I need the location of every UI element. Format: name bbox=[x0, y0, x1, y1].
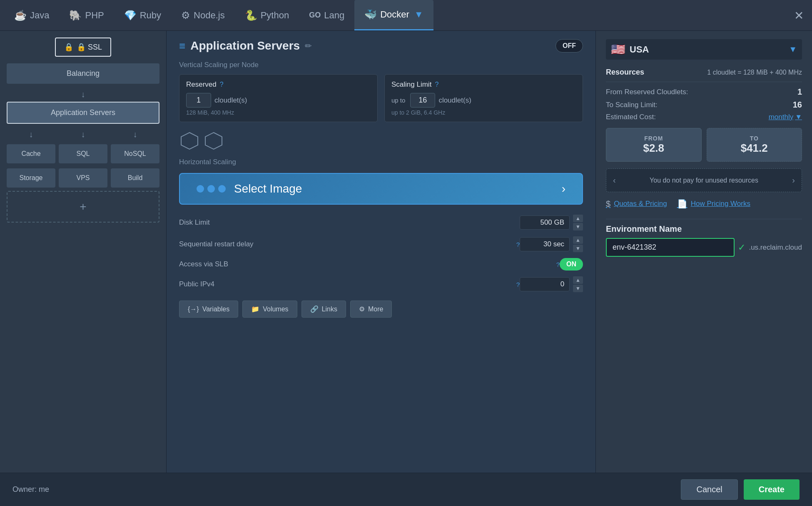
dot-3 bbox=[218, 185, 226, 193]
restart-delay-row: Sequential restart delay ? 30 sec ▲ ▼ bbox=[179, 236, 583, 252]
build-label: Build bbox=[128, 174, 143, 181]
restart-delay-down[interactable]: ▼ bbox=[573, 245, 583, 252]
more-icon: ⚙ bbox=[359, 305, 365, 313]
toggle-off-label: OFF bbox=[563, 42, 576, 49]
scaling-limit-label: Scaling Limit bbox=[391, 80, 431, 89]
arrow-down-3: ↓ bbox=[59, 130, 107, 139]
quotas-icon: $ bbox=[606, 199, 610, 209]
disk-limit-stepper[interactable]: ▲ ▼ bbox=[573, 215, 583, 230]
variables-button[interactable]: {→} Variables bbox=[179, 301, 238, 318]
bottom-buttons: {→} Variables 📁 Volumes 🔗 Links ⚙ More bbox=[179, 301, 583, 318]
domain-suffix: .us.reclaim.cloud bbox=[749, 243, 802, 252]
tab-ruby-label: Ruby bbox=[140, 10, 161, 21]
lang-icon: GO bbox=[309, 11, 321, 20]
reserved-help-icon[interactable]: ? bbox=[220, 81, 224, 88]
tab-python[interactable]: 🐍 Python bbox=[235, 0, 299, 30]
volumes-button[interactable]: 📁 Volumes bbox=[242, 301, 297, 318]
more-button[interactable]: ⚙ More bbox=[350, 301, 392, 318]
sql-button[interactable]: SQL bbox=[59, 144, 107, 163]
public-ipv4-row: Public IPv4 ? 0 ▲ ▼ bbox=[179, 276, 583, 292]
middle-panel: ≡ Application Servers ✏ OFF Vertical Sca… bbox=[167, 31, 595, 473]
bottom-bar: Owner: me Cancel Create bbox=[0, 473, 812, 506]
how-pricing-link[interactable]: 📄 How Pricing Works bbox=[677, 199, 750, 209]
quotas-pricing-label: Quotas & Pricing bbox=[614, 200, 667, 208]
edit-icon[interactable]: ✏ bbox=[305, 41, 312, 51]
disk-limit-up[interactable]: ▲ bbox=[573, 215, 583, 222]
add-node-button[interactable]: + bbox=[7, 191, 159, 223]
monthly-dropdown[interactable]: monthly ▼ bbox=[769, 113, 802, 121]
close-dialog-button[interactable]: ✕ bbox=[794, 8, 804, 22]
access-slb-toggle[interactable]: ON bbox=[560, 258, 583, 271]
docker-dropdown-icon[interactable]: ▼ bbox=[414, 9, 423, 20]
tab-python-label: Python bbox=[261, 10, 289, 21]
vps-label: VPS bbox=[76, 174, 90, 181]
info-prev-icon[interactable]: ‹ bbox=[613, 175, 616, 185]
create-label: Create bbox=[759, 485, 785, 494]
variables-icon: {→} bbox=[188, 306, 199, 313]
scaling-help-icon[interactable]: ? bbox=[435, 81, 438, 88]
from-reserved-value: 1 bbox=[797, 87, 802, 97]
tab-nodejs[interactable]: ⚙ Node.js bbox=[171, 0, 235, 30]
arrow-down-1: ↓ bbox=[7, 90, 159, 99]
monthly-dropdown-icon: ▼ bbox=[795, 113, 802, 121]
app-servers-button[interactable]: Application Servers bbox=[7, 102, 159, 124]
tab-lang[interactable]: GO Lang bbox=[299, 0, 354, 30]
restart-delay-help-icon[interactable]: ? bbox=[516, 241, 520, 248]
disk-limit-down[interactable]: ▼ bbox=[573, 223, 583, 230]
public-ipv4-stepper[interactable]: ▲ ▼ bbox=[573, 276, 583, 292]
quotas-pricing-link[interactable]: $ Quotas & Pricing bbox=[606, 199, 667, 209]
nosql-button[interactable]: NoSQL bbox=[111, 144, 159, 163]
create-button[interactable]: Create bbox=[744, 479, 800, 500]
reserved-cloudlets-input[interactable] bbox=[186, 93, 211, 108]
tab-docker-label: Docker bbox=[380, 9, 409, 20]
tab-docker[interactable]: 🐳 Docker ▼ bbox=[354, 0, 433, 30]
tab-php[interactable]: 🐘 PHP bbox=[59, 0, 114, 30]
dot-1 bbox=[197, 185, 204, 193]
tab-java[interactable]: ☕ Java bbox=[4, 0, 59, 30]
cancel-button[interactable]: Cancel bbox=[681, 479, 737, 500]
cache-button[interactable]: Cache bbox=[7, 144, 55, 163]
balancing-button[interactable]: Balancing bbox=[7, 63, 159, 84]
variables-label: Variables bbox=[202, 306, 230, 313]
links-button[interactable]: 🔗 Links bbox=[301, 301, 346, 318]
scaling-limit-input[interactable] bbox=[410, 93, 435, 108]
env-name-input[interactable] bbox=[606, 238, 735, 257]
region-dropdown-icon[interactable]: ▼ bbox=[789, 45, 797, 54]
divider-1 bbox=[606, 82, 802, 82]
price-from-value: $2.8 bbox=[613, 142, 695, 155]
info-banner: ‹ You do not pay for unused resources › bbox=[606, 168, 802, 192]
price-to-box: TO $41.2 bbox=[707, 128, 802, 162]
restart-delay-stepper[interactable]: ▲ ▼ bbox=[573, 236, 583, 252]
restart-delay-value-group: 30 sec ▲ ▼ bbox=[520, 236, 583, 252]
ssl-button[interactable]: 🔒 🔒 SSL bbox=[55, 38, 111, 57]
public-ipv4-down[interactable]: ▼ bbox=[573, 285, 583, 292]
toggle-off-button[interactable]: OFF bbox=[555, 39, 583, 53]
php-icon: 🐘 bbox=[69, 10, 82, 21]
hex-icon-2 bbox=[203, 130, 224, 151]
build-button[interactable]: Build bbox=[111, 168, 159, 188]
owner-label: Owner: me bbox=[12, 485, 49, 494]
check-icon: ✓ bbox=[738, 242, 745, 253]
disk-limit-label: Disk Limit bbox=[179, 218, 520, 227]
info-text: You do not pay for unused resources bbox=[620, 177, 788, 184]
public-ipv4-help-icon[interactable]: ? bbox=[516, 281, 520, 288]
second-sub-nodes-row: Storage VPS Build bbox=[7, 168, 159, 188]
python-icon: 🐍 bbox=[245, 10, 257, 21]
env-name-row: ✓ .us.reclaim.cloud bbox=[606, 238, 802, 257]
restart-delay-label: Sequential restart delay bbox=[179, 240, 515, 248]
public-ipv4-up[interactable]: ▲ bbox=[573, 276, 583, 284]
storage-button[interactable]: Storage bbox=[7, 168, 55, 188]
access-slb-help-icon[interactable]: ? bbox=[556, 261, 560, 268]
vps-button[interactable]: VPS bbox=[59, 168, 107, 188]
restart-delay-up[interactable]: ▲ bbox=[573, 236, 583, 244]
tab-ruby[interactable]: 💎 Ruby bbox=[114, 0, 171, 30]
reserved-box: Reserved ? cloudlet(s) 128 MiB, 400 MHz bbox=[179, 74, 378, 122]
scaling-row: Reserved ? cloudlet(s) 128 MiB, 400 MHz … bbox=[179, 74, 583, 122]
links-label: Links bbox=[322, 306, 337, 313]
public-ipv4-value: 0 bbox=[520, 277, 570, 291]
select-image-button[interactable]: Select Image › bbox=[179, 173, 583, 205]
svg-marker-1 bbox=[205, 133, 222, 149]
links-icon: 🔗 bbox=[310, 305, 319, 313]
info-next-icon[interactable]: › bbox=[792, 175, 795, 185]
public-ipv4-value-group: 0 ▲ ▼ bbox=[520, 276, 583, 292]
